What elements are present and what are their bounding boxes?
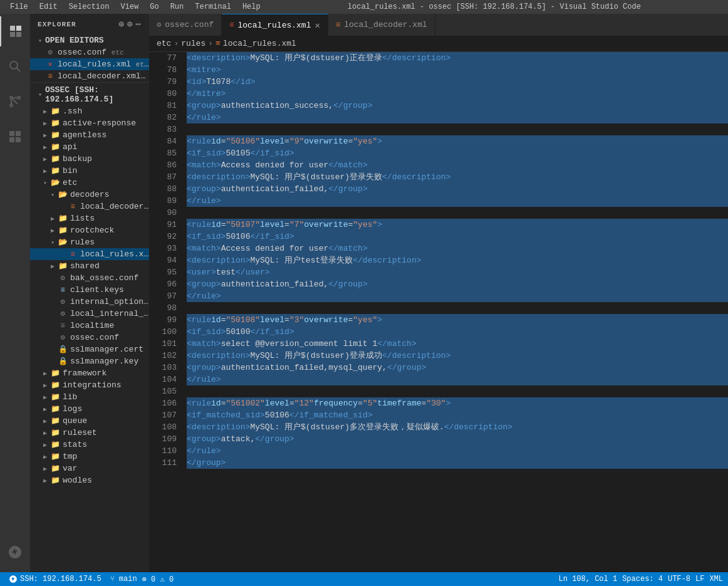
menu-help[interactable]: Help: [237, 3, 266, 11]
breadcrumb-rules[interactable]: rules: [181, 39, 205, 48]
shared-label: shared: [70, 261, 100, 271]
tab-local-decoder-xml[interactable]: ≡ local_decoder.xml: [328, 14, 435, 36]
status-spaces[interactable]: Spaces: 4: [622, 575, 663, 583]
ssl-key-icon: 🔒: [58, 357, 68, 366]
tree-sslmanager-key[interactable]: 🔒 sslmanager.key: [30, 355, 149, 367]
decoders-arrow: ▾: [48, 191, 58, 199]
activity-remote[interactable]: [0, 537, 30, 567]
code-line-79: <id>T1078</id>: [187, 76, 728, 88]
tree-tmp[interactable]: ▶ 📁 tmp: [30, 451, 149, 463]
tree-backup[interactable]: ▶ 📁 backup: [30, 153, 149, 165]
status-errors[interactable]: ⊗ 0 ⚠ 0: [142, 575, 174, 584]
status-remote[interactable]: SSH: 192.168.174.5: [5, 575, 105, 583]
tree-agentless[interactable]: ▶ 📁 agentless: [30, 129, 149, 141]
open-editors-header[interactable]: ▾ OPEN EDITORS: [30, 34, 149, 46]
queue-icon: 📁: [50, 416, 60, 426]
more-options-icon[interactable]: ⋯: [135, 19, 142, 29]
tree-bak-ossec-conf[interactable]: ⚙ bak_ossec.conf: [30, 272, 149, 284]
tree-bin[interactable]: ▶ 📁 bin: [30, 165, 149, 177]
tree-api[interactable]: ▶ 📁 api: [30, 141, 149, 153]
tree-var[interactable]: ▶ 📁 var: [30, 463, 149, 474]
lists-icon: 📁: [58, 214, 68, 223]
tab-local-rules-close[interactable]: ✕: [315, 20, 320, 31]
breadcrumb-etc[interactable]: etc: [157, 39, 171, 48]
title-bar-title: local_rules.xml - ossec [SSH: 192.168.17…: [348, 3, 641, 11]
activity-search[interactable]: [0, 51, 30, 81]
tree-rootcheck[interactable]: ▶ 📁 rootcheck: [30, 224, 149, 236]
tree-integrations[interactable]: ▶ 📁 integrations: [30, 379, 149, 391]
tree-local-decoder-xml[interactable]: ≡ local_decoder.xml: [30, 201, 149, 212]
tree-active-response[interactable]: ▶ 📁 active-response: [30, 117, 149, 129]
internal-options-icon: ⚙: [58, 297, 68, 306]
breadcrumb-file[interactable]: local_rules.xml: [223, 39, 296, 48]
menu-edit[interactable]: Edit: [34, 3, 63, 11]
open-editor-local-rules[interactable]: ✕ local_rules.xml etc/rules: [30, 58, 149, 70]
localtime-label: localtime: [70, 321, 114, 330]
tab-ossec-conf[interactable]: ⚙ ossec.conf: [149, 14, 222, 36]
open-editor-local-decoder[interactable]: ≡ local_decoder.xml etc...: [30, 70, 149, 82]
status-branch[interactable]: ⑂ main: [110, 575, 137, 583]
code-line-86: <match>Access denied for user</match>: [187, 159, 728, 171]
tree-wodles[interactable]: ▶ 📁 wodles: [30, 474, 149, 486]
status-language[interactable]: XML: [709, 575, 723, 583]
agentless-icon: 📁: [50, 130, 60, 140]
rootcheck-label: rootcheck: [70, 226, 114, 235]
tree-decoders[interactable]: ▾ 📂 decoders: [30, 189, 149, 201]
local-rules-xml-label: local_rules.xml: [80, 249, 149, 259]
menu-view[interactable]: View: [115, 3, 143, 11]
tree-logs[interactable]: ▶ 📁 logs: [30, 403, 149, 415]
tree-queue[interactable]: ▶ 📁 queue: [30, 415, 149, 427]
status-encoding[interactable]: UTF-8: [668, 575, 690, 583]
status-eol[interactable]: LF: [695, 575, 704, 583]
ossec-conf-tree-icon: ⚙: [58, 333, 68, 342]
new-file-icon[interactable]: ⊕: [118, 19, 125, 29]
open-editor-ossec-conf[interactable]: ⚙ ossec.conf etc: [30, 46, 149, 58]
tree-client-keys[interactable]: ≡ client.keys: [30, 284, 149, 296]
tab-local-rules-xml[interactable]: ≡ local_rules.xml ✕: [222, 14, 328, 36]
menu-file[interactable]: File: [5, 3, 33, 11]
agentless-arrow: ▶: [40, 132, 50, 139]
tree-internal-options[interactable]: ⚙ internal_options.conf: [30, 296, 149, 308]
ossec-section: ▾ OSSEC [SSH: 192.168.174.5] ▶ 📁 .ssh ▶ …: [30, 83, 149, 488]
activity-extensions[interactable]: [0, 122, 30, 152]
new-folder-icon[interactable]: ⊕: [127, 19, 133, 29]
code-editor[interactable]: <description>MySQL: 用户$(dstuser)正在登录</de…: [182, 52, 728, 586]
ossec-section-header[interactable]: ▾ OSSEC [SSH: 192.168.174.5]: [30, 84, 149, 105]
code-line-95: <user>test</user>: [187, 266, 728, 278]
tree-stats[interactable]: ▶ 📁 stats: [30, 439, 149, 451]
tree-ssh[interactable]: ▶ 📁 .ssh: [30, 105, 149, 117]
ssh-folder-icon: 📁: [50, 107, 60, 116]
tree-lists[interactable]: ▶ 📁 lists: [30, 212, 149, 224]
tree-localtime[interactable]: ≡ localtime: [30, 320, 149, 332]
code-line-91: <rule id="50107" level="7" overwrite="ye…: [187, 219, 728, 231]
ruleset-icon: 📁: [50, 428, 60, 437]
active-response-label: active-response: [63, 118, 136, 128]
menu-run[interactable]: Run: [165, 3, 189, 11]
code-line-93: <match>Access denied for user</match>: [187, 243, 728, 254]
tree-local-internal-options[interactable]: ⚙ local_internal_options.conf: [30, 308, 149, 320]
menu-selection[interactable]: Selection: [64, 3, 115, 11]
tree-rules[interactable]: ▾ 📂 rules: [30, 236, 149, 248]
tree-lib[interactable]: ▶ 📁 lib: [30, 391, 149, 403]
stats-arrow: ▶: [40, 441, 50, 449]
tree-etc[interactable]: ▾ 📂 etc: [30, 177, 149, 189]
tree-shared[interactable]: ▶ 📁 shared: [30, 260, 149, 272]
code-container: 7778798081828384858687888990919293949596…: [149, 52, 728, 586]
tree-sslmanager-cert[interactable]: 🔒 sslmanager.cert: [30, 343, 149, 355]
local-rules-label: local_rules.xml etc/rules: [58, 60, 149, 69]
tree-framework[interactable]: ▶ 📁 framework: [30, 367, 149, 379]
menu-terminal[interactable]: Terminal: [190, 3, 236, 11]
activity-explorer[interactable]: [0, 16, 30, 46]
code-line-88: <group>authentication_failed,</group>: [187, 183, 728, 195]
activity-git[interactable]: [0, 86, 30, 117]
lib-arrow: ▶: [40, 394, 50, 401]
status-line-col[interactable]: Ln 108, Col 1: [559, 575, 618, 583]
tree-ruleset[interactable]: ▶ 📁 ruleset: [30, 427, 149, 439]
code-line-90: [187, 207, 728, 219]
lists-label: lists: [70, 214, 95, 223]
tree-local-rules-xml[interactable]: ≡ local_rules.xml: [30, 248, 149, 260]
local-rules-xml-icon: ≡: [68, 250, 78, 259]
tree-ossec-conf[interactable]: ⚙ ossec.conf: [30, 332, 149, 343]
menu-go[interactable]: Go: [145, 3, 164, 11]
title-bar-left: File Edit Selection View Go Run Terminal…: [5, 3, 266, 11]
